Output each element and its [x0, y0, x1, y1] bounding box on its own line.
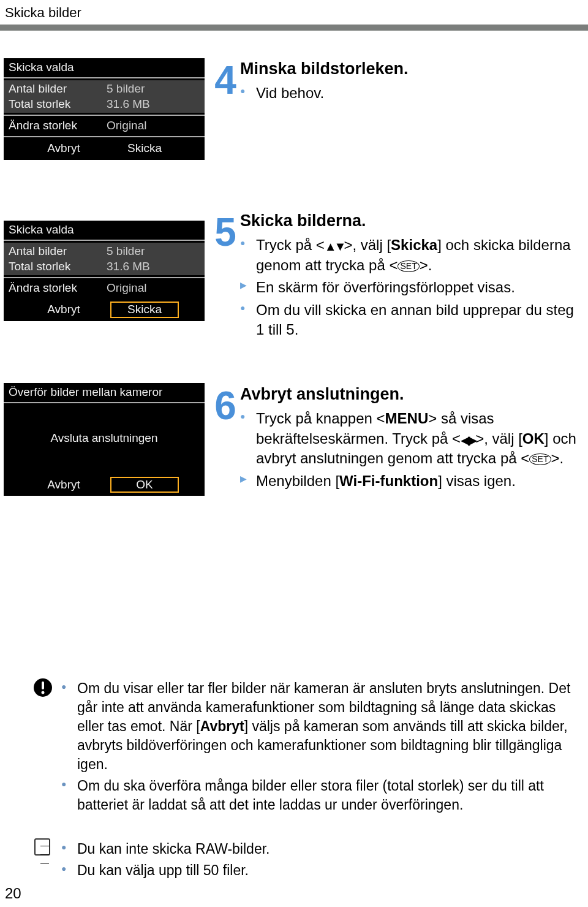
- step-bullet: Om du vill skicka en annan bild upprepar…: [240, 300, 578, 340]
- warning-bullet: Om du ska överföra många bilder eller st…: [61, 776, 576, 814]
- cam-send-button[interactable]: Skicka: [111, 141, 178, 156]
- step-bullet: Tryck på knappen <MENU> så visas bekräft…: [240, 409, 578, 468]
- note-block: Du kan inte skicka RAW-bilder. Du kan vä…: [61, 840, 576, 882]
- step-5: 5 Skicka bilderna. Tryck på <▲▼>, välj […: [211, 210, 578, 372]
- camera-screen-send-selected-confirm: Skicka valda Antal bilder 5 bilder Total…: [4, 221, 205, 321]
- cam-row: Antal bilder 5 bilder: [4, 82, 205, 97]
- step-4: 4 Minska bildstorleken. Vid behov.: [211, 58, 578, 199]
- cam-resize-label: Ändra storlek: [9, 119, 107, 133]
- divider: [4, 240, 205, 241]
- cam-button-row: Avbryt Skicka: [4, 137, 205, 160]
- cam-size-label: Total storlek: [9, 260, 107, 274]
- cam-row: Ändra storlek Original: [4, 278, 205, 298]
- cam-cancel-button[interactable]: Avbryt: [30, 477, 97, 493]
- bold-label: OK: [522, 430, 545, 447]
- step-title: Avbryt anslutningen.: [240, 383, 578, 405]
- warning-icon: [33, 678, 53, 697]
- step-result: Menybilden [Wi-Fi-funktion] visas igen.: [240, 471, 578, 491]
- divider: [4, 77, 205, 78]
- cam-end-connection-label: Avsluta anslutningen: [4, 430, 205, 447]
- set-icon: SET: [529, 454, 551, 465]
- warning-block: Om du visar eller tar fler bilder när ka…: [61, 679, 576, 817]
- step-bullet: Tryck på <▲▼>, välj [Skicka] och skicka …: [240, 235, 578, 275]
- text-fragment: Tryck på knappen <: [256, 410, 385, 427]
- warning-bullet: Om du visar eller tar fler bilder när ka…: [61, 679, 576, 774]
- note-icon: — — —: [34, 838, 50, 856]
- bold-label: Skicka: [391, 237, 437, 253]
- step-number: 4: [211, 54, 240, 107]
- steps-column: 4 Minska bildstorleken. Vid behov. 5 Ski…: [211, 58, 578, 502]
- cam-cancel-button[interactable]: Avbryt: [30, 302, 97, 317]
- step-result: En skärm för överföringsförloppet visas.: [240, 278, 578, 297]
- text-fragment: >.: [551, 450, 564, 466]
- cam-count-label: Antal bilder: [9, 245, 107, 259]
- text-fragment: ] visas igen.: [438, 472, 516, 489]
- text-fragment: >, välj [: [344, 237, 391, 253]
- camera-screen-send-selected-top: Skicka valda Antal bilder 5 bilder Total…: [4, 58, 205, 160]
- cam-title: Skicka valda: [4, 221, 205, 240]
- step-number: 6: [211, 379, 240, 432]
- set-icon: SET: [398, 260, 419, 272]
- text-fragment: Tryck på <: [256, 237, 325, 253]
- cam-count-label: Antal bilder: [9, 82, 107, 96]
- cam-resize-value: Original: [107, 119, 200, 133]
- cam-cancel-button[interactable]: Avbryt: [30, 141, 97, 156]
- cam-size-value: 31.6 MB: [107, 97, 200, 112]
- text-fragment: >.: [420, 257, 432, 273]
- cam-row: Total storlek 31.6 MB: [4, 97, 205, 112]
- cam-ok-button-selected[interactable]: OK: [111, 477, 178, 493]
- cam-title: Överför bilder mellan kameror: [4, 383, 205, 402]
- bold-label: Avbryt: [200, 718, 244, 734]
- header-rule: [0, 25, 588, 31]
- cam-size-value: 31.6 MB: [107, 260, 200, 274]
- text-fragment: Menybilden [: [256, 472, 339, 489]
- cam-button-row: Avbryt OK: [4, 474, 205, 496]
- cam-count-value: 5 bilder: [107, 82, 200, 96]
- menu-icon: MENU: [385, 410, 429, 427]
- step-number: 5: [211, 206, 240, 259]
- cam-row: Ändra storlek Original: [4, 116, 205, 136]
- svg-rect-1: [42, 681, 44, 689]
- cam-resize-value: Original: [107, 281, 200, 295]
- cam-row: Total storlek 31.6 MB: [4, 259, 205, 275]
- step-title: Skicka bilderna.: [240, 210, 578, 232]
- leftright-icon: ◀▶: [461, 432, 475, 449]
- cam-size-label: Total storlek: [9, 97, 107, 112]
- cam-resize-label: Ändra storlek: [9, 281, 107, 295]
- step-title: Minska bildstorleken.: [240, 58, 578, 80]
- cam-button-row: Avbryt Skicka: [4, 298, 205, 321]
- note-bullet: Du kan inte skicka RAW-bilder.: [61, 840, 576, 859]
- cam-send-button-selected[interactable]: Skicka: [111, 302, 178, 317]
- cam-count-value: 5 bilder: [107, 245, 200, 259]
- step-bullet: Vid behov.: [240, 83, 578, 103]
- running-header: Skicka bilder: [5, 5, 81, 21]
- camera-screen-end-connection: Överför bilder mellan kameror Avsluta an…: [4, 383, 205, 496]
- cam-row: Antal bilder 5 bilder: [4, 244, 205, 259]
- step-6: 6 Avbryt anslutningen. Tryck på knappen …: [211, 383, 578, 491]
- text-fragment: >, välj [: [475, 430, 522, 447]
- updown-icon: ▲▼: [325, 238, 344, 255]
- cam-title: Skicka valda: [4, 58, 205, 77]
- bold-label: Wi-Fi-funktion: [339, 472, 438, 489]
- page-number: 20: [5, 885, 21, 902]
- note-bullet: Du kan välja upp till 50 filer.: [61, 861, 576, 880]
- svg-point-2: [42, 691, 45, 694]
